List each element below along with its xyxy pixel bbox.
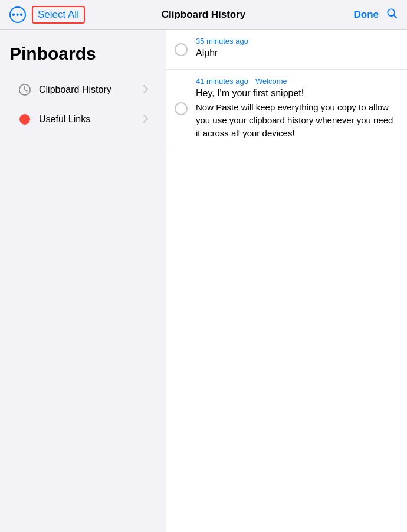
more-options-icon[interactable]: ••• [9, 6, 26, 23]
chevron-right-icon [142, 84, 149, 96]
sidebar-list: Clipboard History Useful Links [9, 76, 156, 133]
clipboard-item-title: Hey, I'm your first snippet! [196, 88, 398, 99]
sidebar-item-clipboard-history[interactable]: Clipboard History [9, 76, 156, 104]
search-icon[interactable] [386, 7, 398, 22]
chevron-right-icon [142, 114, 149, 125]
clipboard-item-title: Alphr [196, 48, 398, 58]
clipboard-item-time: 35 minutes ago [196, 37, 248, 45]
main-content: Pinboards Clipboard History [0, 30, 407, 532]
sidebar: Pinboards Clipboard History [0, 30, 166, 532]
clipboard-item-tag: Welcome [255, 77, 287, 86]
nav-title: Clipboard History [162, 9, 246, 21]
clipboard-item-body: Now Paste will keep everything you copy … [196, 101, 398, 139]
select-all-button[interactable]: Select All [32, 6, 85, 24]
select-radio-1[interactable] [175, 43, 188, 56]
nav-center: Clipboard History [162, 9, 246, 21]
done-button[interactable]: Done [354, 9, 379, 21]
svg-line-1 [394, 15, 397, 18]
clipboard-item-time: 41 minutes ago [196, 77, 248, 86]
clipboard-item: 35 minutes ago Alphr [166, 30, 407, 70]
red-dot-icon [17, 111, 33, 128]
sidebar-item-label: Useful Links [39, 114, 142, 125]
clipboard-item: 41 minutes ago Welcome Hey, I'm your fir… [166, 70, 407, 148]
sidebar-item-label: Clipboard History [39, 84, 142, 95]
select-radio-2[interactable] [175, 102, 188, 115]
clock-icon [17, 81, 33, 98]
content-area: 35 minutes ago Alphr 41 minutes ago Welc… [166, 30, 407, 532]
clipboard-item-meta: 35 minutes ago [196, 37, 398, 45]
nav-bar: ••• Select All Clipboard History Done [0, 0, 407, 30]
clipboard-item-meta: 41 minutes ago Welcome [196, 77, 398, 86]
sidebar-item-useful-links[interactable]: Useful Links [9, 105, 156, 133]
sidebar-title: Pinboards [9, 44, 156, 64]
app-container: ••• Select All Clipboard History Done Pi… [0, 0, 407, 532]
